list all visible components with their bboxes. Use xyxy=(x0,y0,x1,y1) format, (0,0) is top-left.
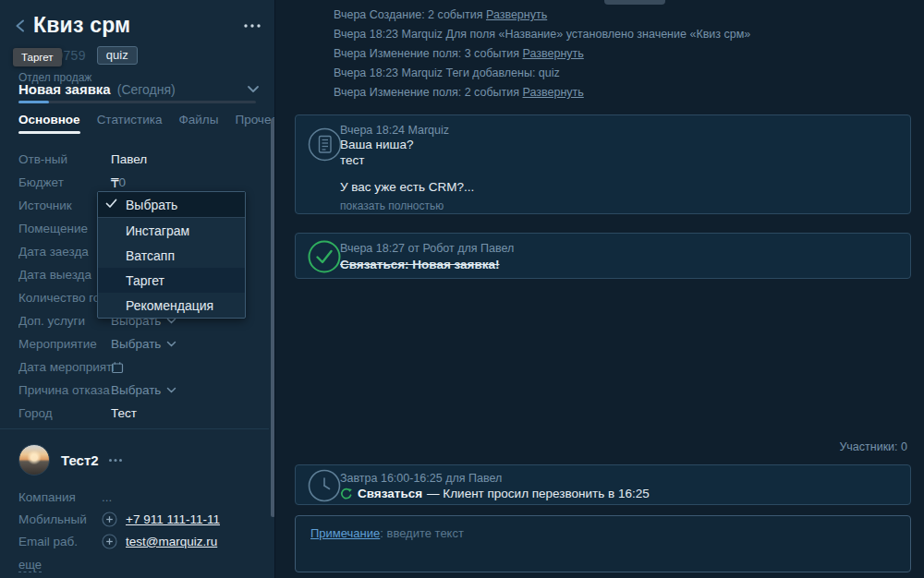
task-body: Связаться — Клиент просил перезвонить в … xyxy=(340,487,895,500)
currency-symbol: ₸ xyxy=(111,175,119,190)
contact-field-label: Email раб. xyxy=(18,535,102,548)
contact-divider xyxy=(0,428,269,429)
field-label: Дата мероприятия xyxy=(18,360,114,374)
participants-counter: Участники: 0 xyxy=(839,440,907,453)
show-full-link[interactable]: показать полностью xyxy=(340,199,895,212)
calendar-icon xyxy=(111,361,124,374)
contact-row-phone: Мобильный +7 911 111-11-11 xyxy=(18,508,263,530)
source-dropdown: Выбрать Инстаграм Ватсапп Таргет Рекомен… xyxy=(97,191,246,319)
note-document-icon xyxy=(308,127,342,165)
feed-panel: Вчера Создание: 2 события Развернуть Вче… xyxy=(274,0,924,578)
message-line: тест xyxy=(340,152,895,168)
note-type-link[interactable]: Примечание xyxy=(310,526,380,540)
show-more-link[interactable]: еще xyxy=(18,558,42,572)
expand-link[interactable]: Развернуть xyxy=(523,47,584,60)
event-row: Вчера Изменение поля: 2 события Разверну… xyxy=(334,86,906,105)
tag-quiz[interactable]: quiz xyxy=(97,46,138,65)
stage-name: Новая заявка xyxy=(18,81,111,97)
task-title: Связаться xyxy=(358,487,422,500)
tab-files[interactable]: Файлы xyxy=(179,113,219,134)
field-value-city[interactable]: Тест xyxy=(111,406,137,420)
contact-field-label: Мобильный xyxy=(18,512,102,526)
field-value-event-date[interactable] xyxy=(111,361,124,374)
completed-task-card[interactable]: Вчера 18:27 от Робот для Павел Связаться… xyxy=(295,233,911,279)
lead-title[interactable]: Квиз срм xyxy=(33,13,130,38)
check-icon xyxy=(105,199,117,209)
expand-link[interactable]: Развернуть xyxy=(523,86,584,99)
tab-main[interactable]: Основное xyxy=(18,113,80,134)
message-card: Вчера 18:24 Marquiz Ваша ниша? тест У ва… xyxy=(295,114,911,214)
completed-task-text: Связаться: Новая заявка! xyxy=(340,258,895,271)
stage-note: (Сегодня) xyxy=(117,82,176,97)
note-placeholder: : введите текст xyxy=(380,526,464,540)
task-card[interactable]: Завтра 16:00-16:25 для Павел Связаться —… xyxy=(295,464,911,505)
field-row-responsible: Отв-ный Павел xyxy=(18,148,265,171)
tooltip-target: Таргет xyxy=(13,48,62,66)
event-row: Вчера Создание: 2 события Развернуть xyxy=(334,8,906,28)
phone-link[interactable]: +7 911 111-11-11 xyxy=(126,512,220,526)
task-desc: — Клиент просил перезвонить в 16:25 xyxy=(427,487,650,500)
field-label: Бюджет xyxy=(18,175,114,189)
lead-card-panel: Квиз срм #57509759 quiz Таргет Отдел про… xyxy=(0,0,274,578)
lead-header: Квиз срм xyxy=(13,13,261,38)
field-row-refusal-reason: Причина отказа Выбрать xyxy=(18,379,265,402)
crm-app: Квиз срм #57509759 quiz Таргет Отдел про… xyxy=(0,0,924,578)
contact-menu-icon[interactable] xyxy=(108,458,123,463)
contact-row-email: Email раб. test@marquiz.ru xyxy=(18,530,263,552)
field-value-event[interactable]: Выбрать xyxy=(111,337,176,351)
add-icon[interactable] xyxy=(102,534,117,549)
contact-name[interactable]: Тест2 xyxy=(61,452,99,468)
date-pill-peek xyxy=(604,0,665,5)
lead-tabs: Основное Статистика Файлы Прочее xyxy=(18,113,260,134)
check-circle-icon xyxy=(308,240,341,277)
email-link[interactable]: test@marquiz.ru xyxy=(126,535,217,548)
dropdown-option-instagram[interactable]: Инстаграм xyxy=(98,218,245,243)
completed-task-header: Вчера 18:27 от Робот для Павел xyxy=(340,242,895,255)
lead-menu-icon[interactable] xyxy=(243,23,261,29)
recurrence-icon xyxy=(340,488,353,500)
add-icon[interactable] xyxy=(102,512,117,527)
event-row: Вчера 18:23 Marquiz Для поля «Название» … xyxy=(334,28,906,47)
contact-avatar[interactable] xyxy=(18,444,50,476)
field-value-refusal-reason[interactable]: Выбрать xyxy=(111,383,176,397)
pipeline-progress-fill xyxy=(18,101,49,103)
task-header: Завтра 16:00-16:25 для Павел xyxy=(340,472,895,485)
pipeline-progress xyxy=(18,101,256,103)
field-row-event-date: Дата мероприятия xyxy=(18,355,265,379)
field-value-budget[interactable]: ₸0 xyxy=(111,175,126,190)
chevron-down-icon xyxy=(166,318,176,324)
field-label: Отв-ный xyxy=(18,152,114,166)
message-line: Ваша ниша? xyxy=(340,137,895,152)
dropdown-option-recommendation[interactable]: Рекомендация xyxy=(98,293,245,318)
tab-statistics[interactable]: Статистика xyxy=(97,113,163,134)
note-input[interactable]: Примечание: введите текст xyxy=(295,515,911,572)
clock-icon xyxy=(308,469,341,506)
dropdown-option-choose[interactable]: Выбрать xyxy=(98,192,245,218)
event-row: Вчера 18:23 Marquiz Теги добавлены: quiz xyxy=(334,66,906,86)
contact-block: Тест2 Компания ... Мобильный +7 911 111-… xyxy=(18,443,263,572)
message-gap xyxy=(340,168,895,179)
dropdown-option-whatsapp[interactable]: Ватсапп xyxy=(98,243,245,268)
company-value[interactable]: ... xyxy=(102,490,112,504)
contact-row-company: Компания ... xyxy=(18,486,263,508)
contact-header: Тест2 xyxy=(18,443,263,476)
chevron-down-icon xyxy=(166,341,176,347)
back-icon[interactable] xyxy=(13,18,30,34)
event-list: Вчера Создание: 2 события Развернуть Вче… xyxy=(334,8,906,105)
field-value-responsible[interactable]: Павел xyxy=(111,152,147,166)
field-label: Мероприятие xyxy=(18,337,114,351)
field-label: Причина отказа xyxy=(18,383,114,397)
dropdown-option-target[interactable]: Таргет xyxy=(98,268,245,293)
message-header: Вчера 18:24 Marquiz xyxy=(340,124,895,137)
chevron-down-icon xyxy=(247,85,260,93)
expand-link[interactable]: Развернуть xyxy=(486,8,547,21)
stage-selector[interactable]: Новая заявка (Сегодня) xyxy=(18,81,260,97)
contact-field-label: Компания xyxy=(18,490,102,504)
field-row-event: Мероприятие Выбрать xyxy=(18,332,265,355)
field-row-city: Город Тест xyxy=(18,402,265,425)
field-label: Город xyxy=(18,406,114,420)
message-line: У вас уже есть CRM?... xyxy=(340,179,895,195)
chevron-down-icon xyxy=(166,387,176,393)
event-row: Вчера Изменение поля: 3 события Разверну… xyxy=(334,47,906,66)
